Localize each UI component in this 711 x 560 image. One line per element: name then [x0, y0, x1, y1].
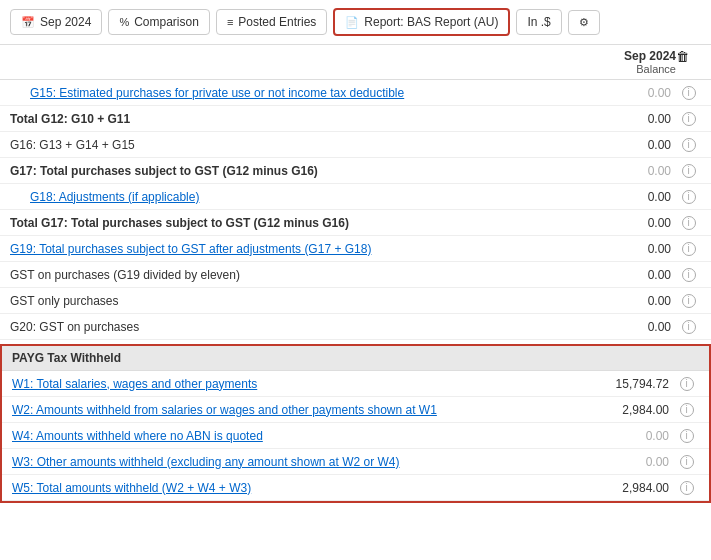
- col-sep2024: Sep 2024 Balance: [566, 49, 676, 75]
- info-icon[interactable]: i: [682, 138, 696, 152]
- report-table: G15: Estimated purchases for private use…: [0, 80, 711, 340]
- payg-section-header: PAYG Tax Withheld: [2, 346, 709, 371]
- report-icon: 📄: [345, 16, 359, 29]
- table-row: Total G12: G10 + G11 0.00 i: [0, 106, 711, 132]
- row-label[interactable]: G15: Estimated purchases for private use…: [10, 86, 566, 100]
- report-button[interactable]: 📄 Report: BAS Report (AU): [333, 8, 510, 36]
- row-value: 2,984.00: [564, 403, 674, 417]
- row-value: 0.00: [566, 294, 676, 308]
- info-cell: i: [676, 86, 701, 100]
- row-label: GST on purchases (G19 divided by eleven): [10, 268, 566, 282]
- info-cell: i: [676, 268, 701, 282]
- table-row: W4: Amounts withheld where no ABN is quo…: [2, 423, 709, 449]
- row-label[interactable]: W5: Total amounts withheld (W2 + W4 + W3…: [12, 481, 564, 495]
- info-cell: i: [674, 403, 699, 417]
- table-header: Sep 2024 Balance 🗑: [0, 45, 711, 80]
- row-value: 0.00: [566, 164, 676, 178]
- sep2024-button[interactable]: 📅 Sep 2024: [10, 9, 102, 35]
- table-row: G17: Total purchases subject to GST (G12…: [0, 158, 711, 184]
- info-icon[interactable]: i: [682, 320, 696, 334]
- table-row: G19: Total purchases subject to GST afte…: [0, 236, 711, 262]
- info-cell: i: [676, 164, 701, 178]
- row-value: 15,794.72: [564, 377, 674, 391]
- row-value: 0.00: [566, 242, 676, 256]
- row-label[interactable]: W2: Amounts withheld from salaries or wa…: [12, 403, 564, 417]
- row-label: G20: GST on purchases: [10, 320, 566, 334]
- row-value: 2,984.00: [564, 481, 674, 495]
- table-row: GST on purchases (G19 divided by eleven)…: [0, 262, 711, 288]
- list-icon: ≡: [227, 16, 233, 28]
- info-icon[interactable]: i: [680, 403, 694, 417]
- info-cell: i: [674, 481, 699, 495]
- comparison-button[interactable]: % Comparison: [108, 9, 209, 35]
- table-row: W5: Total amounts withheld (W2 + W4 + W3…: [2, 475, 709, 501]
- info-icon[interactable]: i: [682, 112, 696, 126]
- calendar-icon: 📅: [21, 16, 35, 29]
- toolbar: 📅 Sep 2024 % Comparison ≡ Posted Entries…: [0, 0, 711, 45]
- row-value: 0.00: [566, 320, 676, 334]
- info-cell: i: [674, 377, 699, 391]
- info-icon[interactable]: i: [682, 86, 696, 100]
- percent-icon: %: [119, 16, 129, 28]
- info-icon[interactable]: i: [682, 242, 696, 256]
- row-label: Total G17: Total purchases subject to GS…: [10, 216, 566, 230]
- info-icon[interactable]: i: [682, 190, 696, 204]
- info-icon[interactable]: i: [682, 164, 696, 178]
- table-row: W1: Total salaries, wages and other paym…: [2, 371, 709, 397]
- table-row: W3: Other amounts withheld (excluding an…: [2, 449, 709, 475]
- info-cell: i: [676, 112, 701, 126]
- info-cell: i: [676, 138, 701, 152]
- info-icon[interactable]: i: [680, 377, 694, 391]
- row-label[interactable]: G18: Adjustments (if applicable): [10, 190, 566, 204]
- info-cell: i: [676, 190, 701, 204]
- settings-button[interactable]: ⚙: [568, 10, 600, 35]
- trash-icon[interactable]: 🗑: [676, 49, 689, 64]
- table-row: G18: Adjustments (if applicable) 0.00 i: [0, 184, 711, 210]
- posted-entries-button[interactable]: ≡ Posted Entries: [216, 9, 327, 35]
- row-label[interactable]: W4: Amounts withheld where no ABN is quo…: [12, 429, 564, 443]
- table-row: G20: GST on purchases 0.00 i: [0, 314, 711, 340]
- row-label: Total G12: G10 + G11: [10, 112, 566, 126]
- table-row: GST only purchases 0.00 i: [0, 288, 711, 314]
- row-label[interactable]: G19: Total purchases subject to GST afte…: [10, 242, 566, 256]
- table-row: Total G17: Total purchases subject to GS…: [0, 210, 711, 236]
- row-value: 0.00: [566, 268, 676, 282]
- info-cell: i: [674, 455, 699, 469]
- table-row: W2: Amounts withheld from salaries or wa…: [2, 397, 709, 423]
- info-cell: i: [676, 242, 701, 256]
- row-value: 0.00: [566, 86, 676, 100]
- col-actions: 🗑: [676, 49, 701, 75]
- table-row: G16: G13 + G14 + G15 0.00 i: [0, 132, 711, 158]
- info-cell: i: [674, 429, 699, 443]
- info-icon[interactable]: i: [682, 268, 696, 282]
- row-label[interactable]: W1: Total salaries, wages and other paym…: [12, 377, 564, 391]
- info-cell: i: [676, 320, 701, 334]
- row-value: 0.00: [566, 112, 676, 126]
- row-value: 0.00: [564, 429, 674, 443]
- row-value: 0.00: [564, 455, 674, 469]
- row-value: 0.00: [566, 138, 676, 152]
- info-cell: i: [676, 294, 701, 308]
- currency-button[interactable]: In .$: [516, 9, 561, 35]
- info-icon[interactable]: i: [682, 294, 696, 308]
- info-icon[interactable]: i: [680, 429, 694, 443]
- row-label[interactable]: W3: Other amounts withheld (excluding an…: [12, 455, 564, 469]
- info-icon[interactable]: i: [680, 481, 694, 495]
- gear-icon: ⚙: [579, 16, 589, 29]
- row-value: 0.00: [566, 216, 676, 230]
- row-label: G16: G13 + G14 + G15: [10, 138, 566, 152]
- table-row: G15: Estimated purchases for private use…: [0, 80, 711, 106]
- row-label: GST only purchases: [10, 294, 566, 308]
- info-icon[interactable]: i: [682, 216, 696, 230]
- row-label: G17: Total purchases subject to GST (G12…: [10, 164, 566, 178]
- info-cell: i: [676, 216, 701, 230]
- info-icon[interactable]: i: [680, 455, 694, 469]
- payg-section: PAYG Tax Withheld W1: Total salaries, wa…: [0, 344, 711, 503]
- row-value: 0.00: [566, 190, 676, 204]
